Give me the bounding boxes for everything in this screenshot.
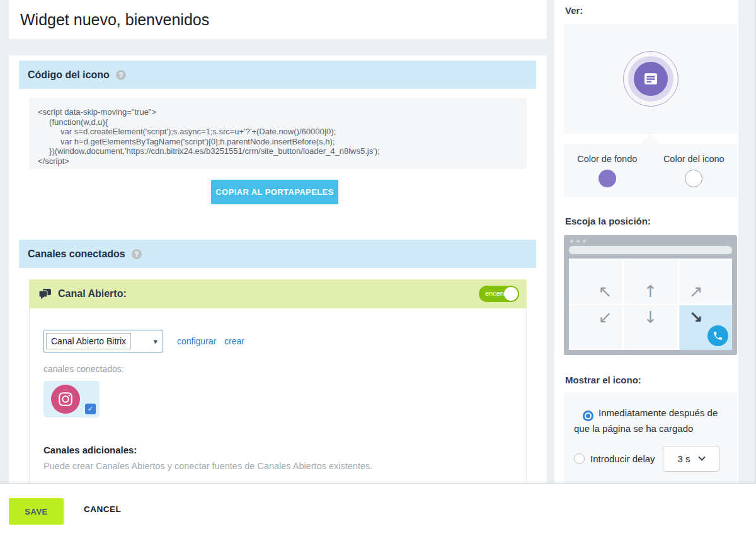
option-immediate-label: Inmediatamente después de que la página …: [574, 407, 718, 434]
position-picker: ↖ ↑ ↗ ↙ ↓ ↘: [564, 235, 737, 355]
position-cell-top-right[interactable]: ↗: [679, 259, 732, 303]
icon-color-label: Color del icono: [663, 154, 724, 164]
position-cell-top-center[interactable]: ↑: [624, 259, 677, 303]
open-channel-toggle[interactable]: encen: [479, 286, 519, 302]
show-icon-options-panel: Inmediatamente después de que la página …: [564, 393, 737, 483]
icon-code-section-header: Código del icono ?: [19, 61, 536, 89]
additional-channels-description: Puede crear Canales Abiertos y conectar …: [43, 461, 372, 471]
position-cell-top-left[interactable]: ↖: [569, 259, 622, 303]
widget-ring: [628, 56, 673, 102]
background-color-label: Color de fondo: [577, 154, 637, 164]
arrow-down-icon: ↓: [644, 309, 658, 325]
chat-bubbles-icon: [39, 289, 52, 300]
delay-value: 3 s: [678, 453, 690, 464]
open-channel-bar: Canal Abierto: encen: [29, 279, 527, 308]
connected-channels-section-header: Canales conectados ?: [19, 240, 536, 268]
widget-preview-button[interactable]: [623, 51, 679, 107]
radio-unselected[interactable]: [574, 453, 585, 464]
page-title-card: Widget nuevo, bienvenidos: [9, 0, 547, 39]
code-line: var s=d.createElement('script');s.async=…: [38, 127, 518, 137]
option-immediate[interactable]: Inmediatamente después de que la página …: [574, 405, 727, 436]
icon-code-section-title: Código del icono: [28, 69, 110, 81]
channel-checkbox[interactable]: ✓: [85, 404, 96, 414]
chevron-down-icon: [698, 453, 705, 460]
arrow-down-left-icon: ↙: [598, 309, 612, 325]
connected-channels-label: canales conectados:: [43, 364, 124, 374]
code-line: </script>: [38, 156, 518, 166]
cancel-button[interactable]: CANCEL: [84, 504, 121, 514]
instagram-icon: [51, 385, 80, 414]
browser-dots-icon: [570, 240, 586, 243]
open-channel-select-value: Canal Abierto Bitrix: [46, 333, 131, 349]
position-cell-bottom-right-selected[interactable]: ↘: [679, 305, 732, 350]
icon-code-block: <script data-skip-moving="true"> (functi…: [29, 98, 527, 169]
arrow-up-right-icon: ↗: [689, 283, 703, 300]
icon-color-swatch[interactable]: [685, 170, 702, 187]
toggle-state-label: encen: [485, 289, 505, 297]
arrow-down-right-icon: ↘: [689, 309, 703, 325]
open-channel-label: Canal Abierto:: [58, 288, 127, 300]
channel-tile-instagram[interactable]: ✓: [43, 381, 100, 417]
help-icon[interactable]: ?: [132, 249, 142, 259]
create-link[interactable]: crear: [224, 336, 244, 346]
open-channel-select[interactable]: Canal Abierto Bitrix ▾: [43, 330, 163, 352]
save-button[interactable]: SAVE: [9, 498, 64, 525]
position-cell-bottom-center[interactable]: ↓: [624, 305, 677, 350]
option-delay-label: Introducir delay: [590, 453, 655, 464]
position-grid: ↖ ↑ ↗ ↙ ↓ ↘: [569, 259, 732, 350]
preview-sidebar: Ver: Color de fondo Color del icono Esco…: [554, 0, 738, 483]
arrow-up-left-icon: ↖: [598, 283, 612, 300]
position-cell-bottom-left[interactable]: ↙: [569, 305, 622, 350]
code-line: var h=d.getElementsByTagName('script')[0…: [38, 137, 518, 147]
arrow-up-icon: ↑: [644, 283, 658, 300]
color-settings-panel: Color de fondo Color del icono: [564, 144, 737, 197]
scrollbar-gutter[interactable]: [738, 0, 756, 483]
action-footer: SAVE CANCEL: [0, 483, 756, 536]
additional-channels-title: Canales adicionales:: [43, 445, 137, 455]
panel-notch: [641, 134, 660, 144]
copy-to-clipboard-button[interactable]: COPIAR AL PORTAPAPELES: [211, 180, 338, 204]
browser-address-bar: [569, 246, 732, 254]
chevron-down-icon: ▾: [153, 337, 158, 346]
widget-preview-panel: [564, 24, 737, 134]
position-label: Escoja la posición:: [565, 216, 651, 226]
open-channel-body: Canal Abierto Bitrix ▾ configurar crear …: [29, 308, 527, 483]
show-icon-label: Mostrar el icono:: [565, 375, 641, 385]
view-label: Ver:: [565, 5, 583, 16]
radio-selected[interactable]: [583, 411, 593, 421]
code-line: <script data-skip-moving="true">: [38, 107, 518, 117]
code-line: (function(w,d,u){: [38, 117, 518, 127]
phone-icon: [707, 325, 728, 346]
background-color-swatch[interactable]: [598, 170, 616, 187]
delay-select[interactable]: 3 s: [663, 446, 719, 472]
page-title: Widget nuevo, bienvenidos: [20, 11, 209, 29]
widget-core: [634, 62, 668, 96]
form-document-icon: [644, 73, 658, 85]
configure-link[interactable]: configurar: [177, 336, 216, 346]
help-icon[interactable]: ?: [116, 70, 126, 80]
code-line: })(window,document,'https://cdn.bitrix24…: [38, 146, 518, 156]
option-delay[interactable]: Introducir delay 3 s: [574, 446, 727, 472]
toggle-knob: [504, 287, 518, 301]
widget-settings-card: Código del icono ? <script data-skip-mov…: [9, 55, 547, 483]
connected-channels-section-title: Canales conectados: [28, 248, 125, 260]
